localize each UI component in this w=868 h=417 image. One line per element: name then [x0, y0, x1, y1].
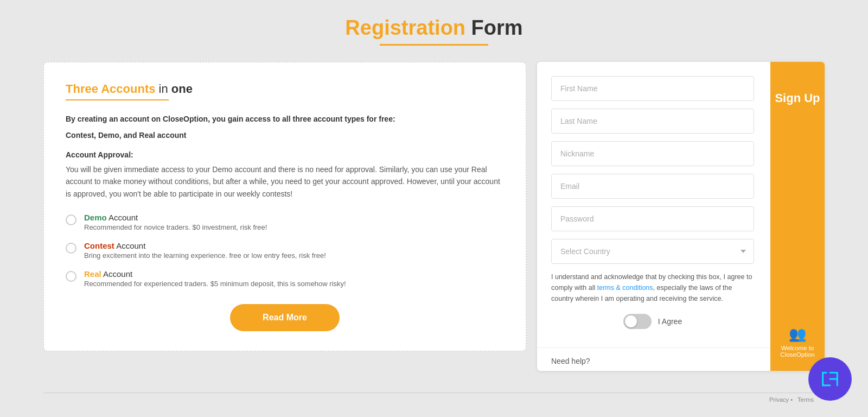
- sign-up-sidebar: Sign Up 👥 Welcome to CloseOption: [770, 62, 825, 371]
- intro-text: By creating an account on CloseOption, y…: [66, 115, 504, 123]
- list-item: Contest Account Bring excitement into th…: [66, 241, 504, 260]
- terms-link-footer[interactable]: Terms: [797, 396, 814, 403]
- demo-account-name: Demo Account: [84, 213, 267, 222]
- left-panel-heading: Three Accounts in one: [66, 82, 504, 96]
- list-item: Real Account Recommended for experienced…: [66, 269, 504, 288]
- toggle-knob: [625, 315, 637, 327]
- page-title: Registration Form: [345, 16, 522, 39]
- agree-row: I Agree: [551, 314, 754, 329]
- password-field[interactable]: [551, 206, 754, 231]
- floating-chat-badge[interactable]: [808, 357, 852, 401]
- privacy-link[interactable]: Privacy: [769, 396, 789, 403]
- welcome-block: 👥 Welcome to CloseOption: [777, 326, 818, 358]
- right-panel: Select Country United States United King…: [537, 62, 825, 371]
- first-name-field[interactable]: [551, 76, 754, 101]
- footer-links: Privacy • Terms: [43, 393, 825, 406]
- account-types-line: Contest, Demo, and Real account: [66, 131, 504, 140]
- approval-heading: Account Approval:: [66, 150, 504, 159]
- title-underline: [380, 44, 488, 46]
- main-content: Three Accounts in one By creating an acc…: [43, 62, 825, 371]
- nickname-field[interactable]: [551, 141, 754, 166]
- agree-toggle[interactable]: [623, 314, 652, 329]
- contest-account-name: Contest Account: [84, 241, 326, 250]
- radio-demo[interactable]: [66, 214, 76, 225]
- last-name-field[interactable]: [551, 109, 754, 134]
- real-account-name: Real Account: [84, 269, 346, 279]
- person-icon: 👥: [780, 326, 814, 343]
- sign-up-label: Sign Up: [775, 91, 820, 105]
- terms-text: I understand and acknowledge that by che…: [551, 271, 754, 304]
- country-select[interactable]: Select Country United States United King…: [551, 239, 754, 264]
- page-wrapper: Registration Form Three Accounts in one …: [0, 0, 868, 417]
- account-list: Demo Account Recommended for novice trad…: [66, 213, 504, 288]
- chat-badge-icon: [816, 365, 844, 393]
- demo-account-desc: Recommended for novice traders. $0 inves…: [84, 223, 267, 231]
- radio-contest[interactable]: [66, 243, 76, 254]
- list-item: Demo Account Recommended for novice trad…: [66, 213, 504, 231]
- agree-label: I Agree: [658, 317, 682, 326]
- real-account-desc: Recommended for experienced traders. $5 …: [84, 280, 346, 288]
- contest-account-desc: Bring excitement into the learning exper…: [84, 251, 326, 260]
- radio-real[interactable]: [66, 271, 76, 282]
- form-area: Select Country United States United King…: [537, 62, 770, 348]
- left-panel: Three Accounts in one By creating an acc…: [43, 62, 526, 351]
- read-more-button[interactable]: Read More: [230, 304, 340, 331]
- heading-underline: [66, 99, 169, 100]
- approval-text: You will be given immediate access to yo…: [66, 163, 504, 200]
- email-field[interactable]: [551, 174, 754, 199]
- terms-link[interactable]: terms & conditions: [597, 284, 653, 292]
- approval-section: Account Approval: You will be given imme…: [66, 150, 504, 200]
